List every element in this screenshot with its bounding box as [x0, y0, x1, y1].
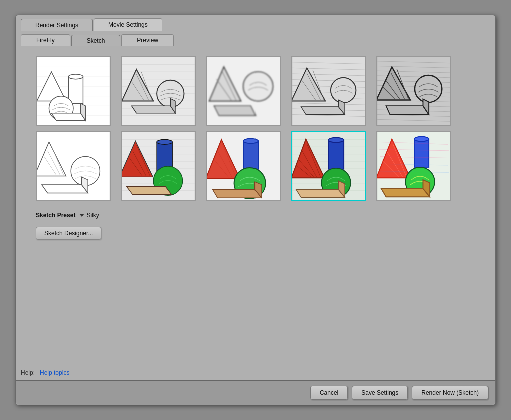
svg-marker-73: [386, 106, 429, 114]
render-settings-dialog: Render Settings Movie Settings FireFly S…: [15, 15, 496, 405]
svg-marker-137: [381, 189, 430, 197]
svg-point-97: [157, 140, 172, 145]
thumbnail-4[interactable]: [291, 56, 366, 126]
bottom-bar: Cancel Save Settings Render Now (Sketch): [16, 380, 495, 405]
svg-rect-124: [328, 140, 344, 169]
svg-rect-8: [68, 77, 83, 103]
thumbnail-1[interactable]: [36, 56, 111, 126]
svg-point-106: [243, 139, 258, 144]
thumbnail-6[interactable]: [36, 131, 111, 201]
thumbnail-3[interactable]: [206, 56, 281, 126]
sketch-preset-dropdown[interactable]: Silky: [79, 212, 99, 219]
thumbnail-8[interactable]: [206, 131, 281, 201]
tab-firefly[interactable]: FireFly: [21, 34, 70, 46]
svg-marker-99: [127, 187, 171, 195]
content-area: Sketch Preset Silky Sketch Designer...: [16, 46, 495, 365]
help-label: Help:: [21, 369, 35, 376]
svg-point-125: [328, 138, 344, 143]
dropdown-arrow-icon: [79, 214, 84, 217]
render-now-button[interactable]: Render Now (Sketch): [412, 386, 488, 400]
svg-marker-32: [214, 106, 256, 115]
tab-movie-settings[interactable]: Movie Settings: [94, 18, 162, 31]
preset-value: Silky: [86, 212, 99, 219]
tab-sketch[interactable]: Sketch: [71, 35, 121, 46]
thumbnail-row-2: [36, 131, 475, 201]
thumbnail-7[interactable]: [121, 131, 196, 201]
thumbnail-grid: [36, 56, 475, 201]
svg-marker-11: [51, 113, 85, 121]
svg-marker-48: [301, 107, 345, 115]
thumbnail-5[interactable]: [376, 56, 451, 126]
svg-rect-105: [243, 141, 258, 169]
svg-point-135: [414, 137, 429, 142]
save-settings-button[interactable]: Save Settings: [352, 386, 408, 400]
help-divider: [76, 373, 490, 373]
tab-render-settings[interactable]: Render Settings: [21, 19, 93, 31]
sketch-designer-button[interactable]: Sketch Designer...: [36, 227, 101, 240]
top-tab-bar: Render Settings Movie Settings: [16, 15, 495, 31]
svg-marker-27: [132, 106, 175, 113]
sub-tab-bar: FireFly Sketch Preview: [16, 31, 495, 46]
thumbnail-9[interactable]: [291, 131, 366, 201]
svg-point-31: [243, 72, 273, 101]
thumbnail-10[interactable]: [376, 131, 451, 201]
cancel-button[interactable]: Cancel: [310, 386, 348, 400]
preset-section: Sketch Preset Silky: [36, 212, 475, 219]
sketch-preset-label: Sketch Preset: [36, 212, 75, 219]
svg-marker-108: [213, 190, 262, 198]
svg-marker-81: [42, 185, 88, 193]
tab-preview[interactable]: Preview: [121, 34, 174, 46]
help-topics-link[interactable]: Help topics: [40, 369, 69, 376]
thumbnail-row-1: [36, 56, 475, 126]
svg-marker-127: [296, 190, 345, 198]
svg-point-9: [68, 74, 83, 79]
help-section: Help: Help topics: [16, 365, 495, 380]
thumbnail-2[interactable]: [121, 56, 196, 126]
